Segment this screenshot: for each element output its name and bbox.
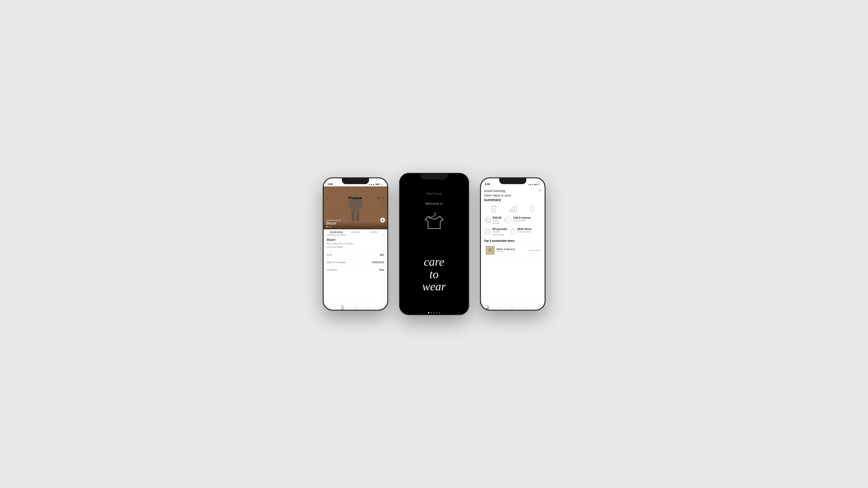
- phone3-screen: Good evening, Cleo! Here is your summary…: [481, 186, 545, 310]
- back-button[interactable]: ‹: [327, 196, 328, 200]
- skip-tutorial[interactable]: Skip Tutorial: [427, 192, 441, 195]
- co2-stat-value: 144.5 tonnes: [513, 216, 531, 219]
- nav3-wardrobe[interactable]: [498, 306, 502, 310]
- tutorial-dot-4[interactable]: [436, 312, 437, 313]
- svg-rect-33: [524, 306, 527, 310]
- divider-1: [327, 251, 384, 251]
- brand-line1: care: [424, 256, 444, 268]
- tutorial-dot-2[interactable]: [431, 312, 432, 313]
- phone-1: 2:49 ▲▲▲ WiFi 🔋: [323, 177, 388, 311]
- money-stat-sub: spent in October: [493, 219, 502, 225]
- sustainable-item-1[interactable]: White Turtleneck 10/05/19 organic wool: [484, 244, 541, 256]
- greeting-line2: Cleo! Here is your: [484, 193, 511, 198]
- hero-dot-3: [331, 226, 332, 228]
- greeting: Good evening, Cleo! Here is your summary: [484, 189, 511, 202]
- date-label: Date of Purchase: [327, 261, 346, 264]
- nav3-add[interactable]: [510, 306, 515, 310]
- nav-wardrobe[interactable]: [341, 306, 345, 310]
- hero-dot-2: [328, 226, 330, 228]
- nav3-journal[interactable]: [524, 306, 528, 310]
- textile-stat-sub: of textile waste saved: [493, 231, 507, 236]
- top3-title: Top 3 sustainable items: [484, 239, 541, 242]
- notch-3: [499, 178, 526, 184]
- brand-tagline: care to wear: [422, 236, 446, 312]
- item-name: Blazer: [327, 238, 384, 241]
- condition-label: Condition: [327, 268, 337, 271]
- price-row: Price $55: [327, 254, 384, 256]
- svg-point-9: [380, 307, 381, 308]
- water-stat-sub: of water saved: [517, 231, 532, 233]
- nav-home[interactable]: [328, 306, 332, 310]
- hero-item-name: Blazer: [326, 221, 384, 225]
- preview-header: ‹ Preview ⬡ ♡: [323, 195, 388, 201]
- svg-text:$: $: [487, 219, 488, 221]
- phone-3: 2:49 ▲▲▲ WiFi 🔋 Good evening, Cleo! Here…: [480, 177, 546, 311]
- status-icons-1: ▲▲▲ WiFi 🔋: [369, 183, 383, 186]
- hero-overlay: Unknown Brand Blazer: [323, 217, 388, 229]
- hero-pagination: [326, 226, 384, 228]
- brand-line2: to: [429, 268, 438, 281]
- condition-value: New: [379, 268, 384, 271]
- nav3-stats[interactable]: [485, 306, 489, 310]
- stat-cards-row1: $ $38.00 spent in October: [484, 216, 541, 225]
- phone1-bottom-nav: [323, 302, 388, 310]
- locate-button[interactable]: ⊕: [380, 218, 385, 223]
- nav-settings[interactable]: [379, 306, 383, 310]
- notch-2: [421, 174, 448, 180]
- svg-rect-29: [488, 307, 489, 310]
- sustainable-item-thumb: [486, 246, 495, 255]
- water-stat-value: 2910 litres: [517, 227, 532, 231]
- greeting-line1: Good evening,: [484, 189, 511, 193]
- tab-brand[interactable]: BRAND: [346, 229, 365, 235]
- sust-item-name: White Turtleneck: [496, 248, 527, 251]
- notch-1: [342, 178, 369, 184]
- stats-icon-row: [484, 204, 541, 213]
- phone1-content: Blazer 45% Cotton 55% Polyester Unknown …: [323, 235, 388, 302]
- co2-stat-card: CO₂ 144.5 tonnes of CO2 saved: [504, 216, 531, 225]
- svg-rect-27: [486, 309, 486, 310]
- water-saved-stat-card: 2910 litres of water saved: [509, 227, 532, 236]
- item-material: 45% Cotton 55% Polyester: [327, 242, 384, 246]
- waste-stat-icon: [490, 204, 497, 213]
- nav-favorites[interactable]: [366, 306, 370, 310]
- time-1: 2:49: [328, 183, 333, 186]
- svg-rect-23: [486, 230, 490, 234]
- chart-stat-icon: [509, 204, 518, 213]
- share-button[interactable]: ⬡: [377, 197, 380, 200]
- favorite-button[interactable]: ♡: [381, 197, 384, 200]
- svg-rect-17: [515, 206, 517, 212]
- sust-item-date: 10/05/19: [496, 251, 527, 253]
- tutorial-dots: [428, 312, 440, 313]
- money-stat-value: $38.00: [493, 216, 502, 219]
- phone1-screen: Unknown Brand Blazer ‹ Preview ⬡: [323, 186, 388, 310]
- tab-overview[interactable]: OVERVIEW: [327, 229, 346, 235]
- date-row: Date of Purchase 10/05/2019: [327, 261, 384, 264]
- textile-stat-value: 65 pounds: [493, 227, 507, 231]
- sustainable-item-info: White Turtleneck 10/05/19: [496, 248, 527, 253]
- phone-2: Skip Tutorial Welcome to care to wear: [399, 173, 469, 315]
- nav3-settings[interactable]: [536, 306, 540, 310]
- share-summary-button[interactable]: ⬡: [539, 189, 541, 192]
- tutorial-dot-3[interactable]: [433, 312, 435, 313]
- tutorial-dot-5[interactable]: [439, 312, 440, 313]
- scene: 2:49 ▲▲▲ WiFi 🔋: [309, 159, 559, 329]
- divider-2: [327, 258, 384, 259]
- svg-rect-15: [510, 209, 512, 212]
- svg-rect-10: [491, 206, 496, 212]
- hero-dot-1: [326, 226, 328, 228]
- svg-rect-16: [512, 207, 514, 212]
- textile-stat-card: 65 pounds of textile waste saved: [484, 227, 507, 236]
- co2-stat-sub: of CO2 saved: [513, 219, 531, 222]
- phone2-screen: Skip Tutorial Welcome to care to wear: [400, 182, 468, 314]
- phone3-bottom-nav: [481, 302, 545, 310]
- tab-fabric[interactable]: FABRIC: [365, 229, 384, 235]
- tshirt-illustration: [424, 212, 444, 232]
- phone3-content: $ $38.00 spent in October: [481, 204, 545, 302]
- brand-line3: wear: [422, 281, 446, 293]
- stat-cards-row2: 65 pounds of textile waste saved: [484, 227, 541, 236]
- nav-add-item[interactable]: [353, 306, 358, 310]
- preview-title: Preview: [348, 196, 362, 200]
- item-brand: Unknown Brand: [327, 246, 384, 249]
- phone1-hero: Unknown Brand Blazer ‹ Preview ⬡: [323, 186, 388, 229]
- tutorial-dot-1[interactable]: [428, 312, 429, 313]
